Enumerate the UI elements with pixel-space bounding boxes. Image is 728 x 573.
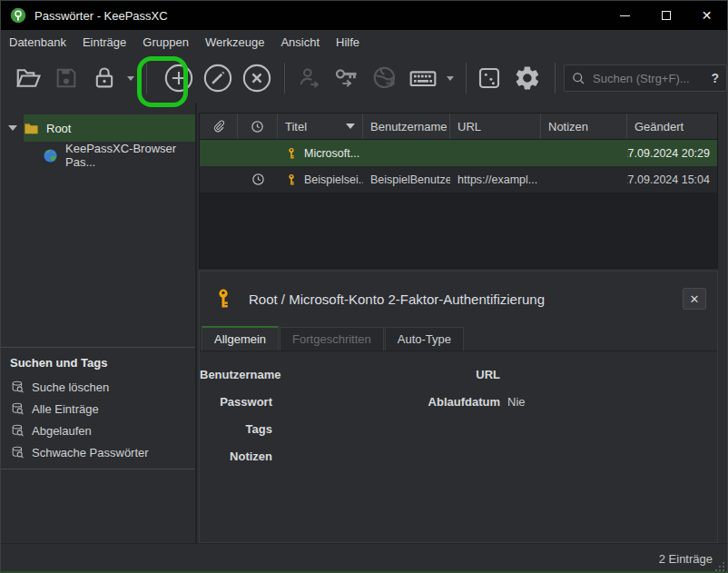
maximize-icon [662,11,671,20]
window-title: Passwörter - KeePassXC [34,9,168,23]
tab-auto-type[interactable]: Auto-Type [385,327,464,351]
folder-icon [24,121,39,136]
menu-ansicht[interactable]: Ansicht [272,32,328,53]
copy-username-icon [296,65,321,91]
delete-entry-icon [241,63,272,94]
copy-username-button [293,63,323,94]
field-tags: Tags [200,422,423,444]
column-notizen[interactable]: Notizen [541,114,627,139]
saved-search-label: Alle Einträge [32,402,99,416]
entry-table: Titel Benutzername URL Notizen Geändert … [199,113,718,269]
open-database-icon [15,64,42,92]
group-root-row[interactable]: Root [24,114,195,142]
entry-modified: 27.09.2024 20:29 [627,140,717,166]
close-button[interactable]: ✕ [686,1,727,30]
saved-searches-panel: Suchen und Tags Suche löschen Alle Eintr… [1,347,195,469]
column-expiry[interactable] [238,114,278,139]
entry-row-beispielseite[interactable]: Beispielsei... BeispielBenutzer https://… [200,166,717,193]
field-label: Passwort [200,395,272,409]
field-label: Ablaufdatum [423,395,500,409]
entry-title: Beispielsei... [304,173,363,186]
preview-close-button[interactable]: ✕ [683,288,706,310]
settings-button[interactable] [513,63,543,94]
lock-database-button[interactable] [89,63,119,94]
toolbar-separator [146,63,147,94]
entries-count: 2 Einträge [659,552,713,566]
entry-row-microsoft[interactable]: Microsoft... 27.09.2024 20:29 [200,140,717,166]
saved-search-clear[interactable]: Suche löschen [1,376,195,398]
entry-username: BeispielBenutzer [363,166,450,193]
entry-notes [541,166,627,193]
column-geaendert[interactable]: Geändert [627,114,717,139]
saved-search-all-entries[interactable]: Alle Einträge [1,398,195,420]
menu-gruppen[interactable]: Gruppen [134,32,197,53]
toolbar-separator [555,63,556,94]
open-database-button[interactable] [13,63,43,94]
key-icon [212,282,234,315]
field-label: Tags [200,422,272,436]
perform-autotype-button[interactable] [408,63,438,94]
preview-tabs: Allgemein Fortgeschritten Auto-Type [200,326,717,351]
group-keepassxc-browser[interactable]: KeePassXC-Browser Pas... [1,142,195,169]
entry-url [450,140,541,166]
menu-hilfe[interactable]: Hilfe [328,32,368,53]
title-bar: Passwörter - KeePassXC ✕ [1,1,727,30]
lock-dropdown-caret-icon[interactable] [127,76,134,81]
saved-search-icon [11,446,25,459]
column-attachment[interactable] [200,114,238,139]
maximize-button[interactable] [645,1,686,30]
delete-entry-button[interactable] [241,63,272,94]
minimize-icon [620,15,630,16]
menu-datenbank[interactable]: Datenbank [1,32,74,53]
field-ablaufdatum: Ablaufdatum Nie [423,395,717,417]
menu-eintraege[interactable]: Einträge [74,32,134,53]
clock-icon [251,120,264,133]
column-url[interactable]: URL [450,114,541,139]
field-benutzername: Benutzername [200,368,423,390]
column-benutzername[interactable]: Benutzername [363,114,450,139]
column-titel[interactable]: Titel [278,114,363,139]
entry-username [363,140,450,166]
search-input[interactable] [593,72,705,85]
copy-password-button[interactable] [331,63,361,94]
column-label: Benutzername [370,120,448,133]
sort-descending-icon [346,123,355,129]
group-label: KeePassXC-Browser Pas... [65,142,195,169]
saved-search-label: Suche löschen [32,380,109,394]
password-generator-button[interactable] [475,63,505,94]
close-icon: ✕ [702,9,713,22]
key-icon [285,147,298,160]
add-entry-button[interactable] [163,63,194,94]
menu-werkzeuge[interactable]: Werkzeuge [197,32,273,53]
right-pane: Titel Benutzername URL Notizen Geändert … [197,103,727,543]
search-icon [572,72,585,85]
toolbar-separator [466,63,467,94]
saved-search-icon [11,380,25,394]
field-url: URL [423,368,717,390]
close-icon: ✕ [690,292,700,306]
expander-icon[interactable] [8,125,17,131]
minimize-button[interactable] [605,1,645,30]
saved-search-weak-passwords[interactable]: Schwache Passwörter [1,441,195,463]
autotype-dropdown-caret-icon[interactable] [447,76,454,81]
saved-search-expired[interactable]: Abgelaufen [1,420,195,441]
keepassxc-logo-icon [10,7,26,24]
save-database-button [51,63,81,94]
lock-database-icon [92,65,117,91]
entry-table-empty-area[interactable] [200,193,717,268]
edit-entry-icon [202,63,233,94]
add-entry-icon [163,63,194,94]
tab-allgemein[interactable]: Allgemein [202,326,279,351]
resize-grip-icon[interactable] [714,561,725,572]
group-sidebar: Root KeePassXC-Browser Pas... Suchen und… [1,103,197,543]
main-area: Root KeePassXC-Browser Pas... Suchen und… [1,103,727,543]
settings-gear-icon [514,64,541,92]
search-help-button[interactable]: ? [705,71,719,85]
entry-modified: 27.09.2024 15:04 [627,166,717,193]
entry-preview-title: Root / Microsoft-Konto 2-Faktor-Authenti… [249,291,545,307]
group-root[interactable]: Root [1,114,195,142]
field-label: URL [423,368,500,381]
edit-entry-button[interactable] [202,63,233,94]
saved-search-label: Schwache Passwörter [32,446,149,459]
entry-preview-header: Root / Microsoft-Konto 2-Faktor-Authenti… [200,272,717,319]
